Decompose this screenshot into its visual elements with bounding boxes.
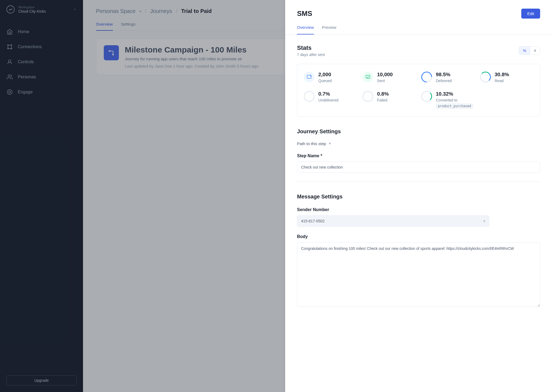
toggle-number[interactable]: # (530, 47, 540, 55)
chevron-down-icon: ▾ (329, 141, 331, 146)
home-icon (6, 29, 13, 35)
nav-label: Personas (18, 75, 36, 79)
svg-point-13 (112, 54, 113, 55)
breadcrumb-space[interactable]: Personas Space (96, 8, 136, 14)
path-label: Path to this step (297, 141, 326, 146)
svg-point-10 (7, 90, 12, 94)
svg-point-8 (8, 60, 11, 62)
breadcrumb: Personas Space ▾ / Journeys / Trial to P… (96, 8, 212, 14)
svg-point-11 (9, 91, 11, 93)
campaign-desc: Journey for running app users that reach… (125, 57, 260, 61)
progress-ring-icon (363, 91, 373, 102)
stat-queued: 2,000 Queued (304, 72, 357, 83)
tab-settings[interactable]: Settings (121, 22, 136, 31)
body-label: Body (297, 234, 540, 239)
stat-label: Sent (377, 79, 393, 83)
step-name-label: Step Name * (297, 153, 540, 158)
personas-icon (6, 74, 13, 80)
svg-point-2 (8, 48, 9, 49)
queued-icon (304, 72, 315, 82)
stats-unit-toggle: % # (519, 46, 540, 55)
stat-delivered: 98.5% Delivered (421, 72, 475, 83)
path-to-step-dropdown[interactable]: Path to this step ▾ (297, 141, 540, 146)
workspace-logo-icon (6, 5, 15, 13)
chevron-down-icon: ▾ (139, 9, 141, 13)
nav-label: Home (18, 29, 29, 34)
progress-ring-icon (304, 91, 315, 102)
breadcrumb-sep: / (145, 8, 147, 14)
nav-connections[interactable]: Connections (0, 39, 83, 54)
stats-subtitle: 7 days after sent (297, 52, 325, 57)
nav-engage[interactable]: Engage (0, 85, 83, 100)
step-name-input[interactable] (297, 162, 540, 173)
sms-panel: SMS Edit Overview Preview Stats 7 days a… (285, 0, 552, 392)
stat-label: Read (495, 79, 509, 83)
sidebar: Workspace Cloud City Kicks Home Connecti… (0, 0, 83, 392)
svg-point-9 (8, 75, 10, 77)
stat-value: 0.8% (377, 91, 389, 97)
nav-home[interactable]: Home (0, 24, 83, 39)
progress-ring-icon (421, 91, 432, 102)
svg-point-12 (109, 50, 110, 51)
stat-value: 10.32% (436, 91, 473, 97)
svg-point-0 (8, 45, 9, 46)
nav-label: Engage (18, 90, 33, 94)
svg-rect-18 (366, 75, 370, 78)
message-settings-title: Message Settings (297, 194, 540, 200)
engage-icon (6, 89, 13, 95)
stat-value: 10,000 (377, 72, 393, 78)
panel-tab-preview[interactable]: Preview (322, 25, 336, 34)
breadcrumb-journeys[interactable]: Journeys (150, 8, 172, 14)
workspace-label: Workspace (18, 5, 69, 9)
stat-value: 30.8% (495, 72, 509, 78)
stat-converted: 10.32% Converted to product_purchased (421, 91, 533, 109)
chevron-down-icon (73, 8, 77, 11)
sender-number-select[interactable]: 415-617-0502 ▾ (297, 215, 489, 227)
stat-label: Failed (377, 98, 389, 102)
stat-failed: 0.8% Failed (363, 91, 416, 109)
stat-label: Delivered (436, 79, 452, 83)
svg-point-3 (11, 48, 12, 49)
upgrade-button[interactable]: Upgrade (6, 375, 77, 386)
progress-ring-icon (480, 72, 491, 82)
journey-icon (104, 45, 119, 60)
sent-icon (363, 72, 373, 82)
body-textarea[interactable] (297, 242, 540, 307)
svg-rect-17 (307, 75, 311, 78)
sender-number-label: Sender Number (297, 207, 540, 212)
campaign-title: Milestone Campaign - 100 Miles (125, 45, 260, 54)
campaign-meta: Last updated by Jane Doe 1 hour ago. Cre… (125, 64, 260, 68)
panel-tabs: Overview Preview (285, 19, 552, 35)
divider (297, 181, 540, 182)
sender-number-value: 415-617-0502 (301, 219, 325, 223)
stat-label: Converted to (436, 98, 473, 102)
stats-title: Stats (297, 44, 325, 51)
toggle-percent[interactable]: % (519, 47, 530, 55)
stat-read: 30.8% Read (480, 72, 533, 83)
nav-personas[interactable]: Personas (0, 69, 83, 85)
stat-value: 98.5% (436, 72, 452, 78)
nav-label: Connections (18, 44, 42, 49)
controls-icon (6, 59, 13, 65)
stat-undelivered: 0.7% Undelivered (304, 91, 357, 109)
svg-point-1 (11, 45, 12, 46)
nav-controls[interactable]: Controls (0, 54, 83, 69)
stat-sent: 10,000 Sent (363, 72, 416, 83)
chevron-down-icon: ▾ (483, 219, 485, 223)
breadcrumb-sep: / (176, 8, 177, 14)
stat-code: product_purchased (436, 103, 473, 109)
stats-box: 2,000 Queued 10,000 Sent 98.5% Delivered (297, 64, 540, 117)
workspace-switcher[interactable]: Workspace Cloud City Kicks (0, 0, 83, 19)
edit-button[interactable]: Edit (521, 9, 540, 19)
journey-settings-title: Journey Settings (297, 128, 540, 135)
connections-icon (6, 44, 13, 50)
stat-value: 0.7% (318, 91, 339, 97)
stat-value: 2,000 (318, 72, 332, 78)
progress-ring-icon (419, 69, 434, 85)
workspace-name: Cloud City Kicks (18, 9, 69, 13)
stat-label: Undelivered (318, 98, 339, 102)
tab-overview[interactable]: Overview (96, 22, 113, 31)
nav-label: Controls (18, 60, 34, 64)
panel-tab-overview[interactable]: Overview (297, 25, 314, 34)
breadcrumb-current: Trial to Paid (181, 8, 212, 14)
